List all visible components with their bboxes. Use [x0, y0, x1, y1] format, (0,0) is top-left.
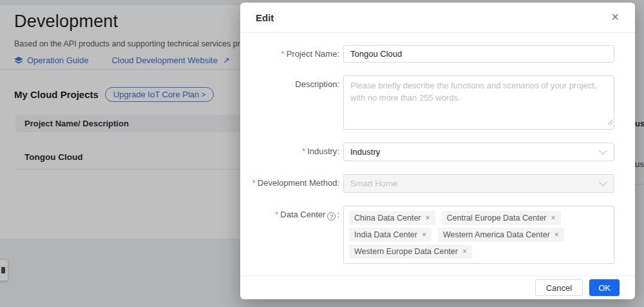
tag-label: Central Europe Data Center — [447, 211, 547, 225]
field-control — [343, 75, 614, 130]
select-value: Smart Home — [350, 179, 397, 188]
field-label: Description: — [240, 75, 343, 89]
tag-close-icon[interactable]: × — [551, 214, 556, 222]
cancel-button[interactable]: Cancel — [535, 279, 583, 296]
dialog-title: Edit — [256, 12, 274, 23]
field-control: Smart Home — [343, 174, 614, 193]
form-row-development-method: *Development Method:Smart Home — [240, 174, 635, 193]
field-label-colon: : — [337, 79, 339, 89]
data-center-multiselect[interactable]: China Data Center×Central Europe Data Ce… — [343, 206, 614, 264]
close-icon[interactable]: ✕ — [611, 12, 620, 23]
tag-close-icon[interactable]: × — [422, 231, 426, 239]
description-textarea[interactable] — [343, 75, 614, 130]
project-name-input[interactable] — [343, 45, 614, 63]
tag-label: India Data Center — [354, 228, 417, 242]
development-method-select: Smart Home — [343, 174, 614, 193]
required-asterisk: * — [302, 146, 305, 156]
form-row-project-name: *Project Name: — [240, 45, 635, 63]
form-row-description: Description: — [240, 75, 635, 130]
chevron-down-icon — [599, 146, 607, 155]
field-label-colon: : — [337, 146, 339, 156]
field-label-colon: : — [337, 178, 339, 188]
field-control: China Data Center×Central Europe Data Ce… — [343, 206, 614, 264]
help-icon[interactable]: ? — [327, 212, 336, 221]
form-row-data-center: *Data Center?:China Data Center×Central … — [240, 206, 635, 264]
data-center-tag: Western America Data Center× — [438, 228, 564, 242]
field-label-text: Project Name — [287, 49, 337, 59]
chevron-down-icon — [599, 178, 607, 186]
tag-close-icon[interactable]: × — [554, 231, 559, 239]
field-label-text: Data Center — [280, 210, 325, 219]
tag-label: China Data Center — [354, 211, 421, 225]
data-center-tag: India Data Center× — [349, 228, 431, 242]
required-asterisk: * — [281, 49, 285, 59]
edit-project-dialog: Edit ✕ *Project Name:Description:*Indust… — [240, 3, 635, 299]
field-label-text: Industry — [307, 146, 337, 156]
field-label-text: Development Method — [258, 178, 337, 188]
required-asterisk: * — [275, 210, 278, 219]
ok-button[interactable]: OK — [589, 279, 620, 296]
industry-select[interactable]: Industry — [343, 143, 614, 161]
field-label: *Data Center?: — [240, 206, 343, 221]
field-label: *Industry: — [240, 143, 343, 156]
field-label: *Project Name: — [240, 45, 343, 59]
required-asterisk: * — [252, 178, 256, 188]
data-center-tag: Western Europe Data Center× — [349, 244, 472, 259]
data-center-tag: China Data Center× — [349, 211, 435, 225]
tag-label: Western America Data Center — [443, 228, 550, 242]
select-value: Industry — [350, 147, 380, 157]
field-label-colon: : — [337, 210, 339, 219]
field-label-colon: : — [337, 49, 339, 59]
field-control: Industry — [343, 143, 614, 161]
field-control — [343, 45, 614, 63]
tag-close-icon[interactable]: × — [426, 214, 430, 222]
tag-close-icon[interactable]: × — [462, 248, 467, 255]
field-label-text: Description — [295, 79, 337, 89]
tag-label: Western Europe Data Center — [354, 244, 458, 259]
form-row-industry: *Industry:Industry — [240, 143, 635, 161]
edit-form: *Project Name:Description:*Industry:Indu… — [240, 33, 635, 264]
data-center-tag: Central Europe Data Center× — [442, 211, 561, 225]
field-label: *Development Method: — [240, 174, 343, 188]
